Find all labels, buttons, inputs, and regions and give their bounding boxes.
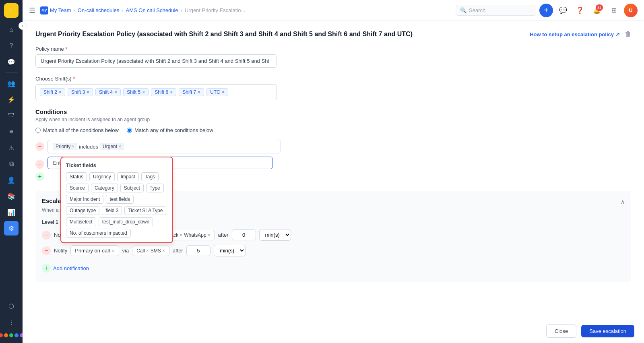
ticket-field-category[interactable]: Category (91, 184, 118, 192)
radio-match-all[interactable]: Match all of the conditions below (35, 127, 119, 133)
nav-help-icon[interactable]: ? (4, 39, 19, 53)
condition-tag-x-urgent[interactable]: × (118, 144, 121, 149)
shift-tag-x-shift3[interactable]: × (87, 89, 89, 95)
shift-tag-x-utc[interactable]: × (222, 89, 225, 95)
shift-tag-x-shift7[interactable]: × (198, 89, 200, 95)
ticket-field-impact[interactable]: Impact (117, 172, 139, 181)
nav-chart-icon[interactable]: 📊 (4, 205, 19, 219)
content-area: Urgent Priority Escalation Policy (assoc… (23, 21, 644, 319)
message-icon-button[interactable]: 💬 (556, 4, 570, 17)
condition-remove-button-1[interactable]: − (35, 142, 44, 151)
nav-home-icon[interactable]: ⌂ (4, 23, 19, 37)
ticket-field-outage-type[interactable]: Outage type (66, 206, 99, 215)
notify-field-2-x[interactable]: × (111, 248, 115, 254)
add-notification-plus-icon[interactable]: + (42, 264, 51, 273)
shift-tag-shift7[interactable]: Shift 7 × (179, 88, 204, 96)
nav-layers-icon[interactable]: ⧉ (4, 157, 19, 171)
shift-tag-shift5[interactable]: Shift 5 × (123, 88, 149, 96)
ticket-field-no-of-customers[interactable]: No. of customers impacted (66, 229, 131, 238)
nav-cube-icon[interactable]: ⬡ (4, 299, 19, 313)
nav-warning-icon[interactable]: ⚠ (4, 141, 19, 155)
nav-shield-icon[interactable]: 🛡 (4, 108, 19, 123)
color-dots (0, 331, 24, 340)
ticket-field-source[interactable]: Source (66, 184, 89, 192)
search-placeholder-text: Search (469, 7, 485, 13)
after-input-2[interactable] (186, 245, 211, 256)
condition-tag-urgent[interactable]: Urgent × (100, 143, 124, 150)
ticket-field-status[interactable]: Status (66, 172, 87, 181)
after-select-2[interactable]: min(s) (214, 245, 246, 256)
shift-tag-utc[interactable]: UTC × (206, 88, 228, 96)
ticket-field-major-incident[interactable]: Major Incident (66, 195, 103, 204)
shift-tag-shift4[interactable]: Shift 4 × (95, 88, 121, 96)
ticket-field-multiselect[interactable]: Multiselect (66, 217, 96, 226)
shift-tag-shift6[interactable]: Shift 6 × (151, 88, 176, 96)
nav-bolt-icon[interactable]: ⚡ (4, 92, 19, 107)
close-button[interactable]: Close (546, 324, 576, 338)
breadcrumb-team[interactable]: MY My Team (40, 6, 71, 14)
ticket-field-subject[interactable]: Subject (120, 184, 144, 192)
ticket-field-type[interactable]: Type (146, 184, 164, 192)
user-avatar[interactable]: U (624, 4, 638, 17)
breadcrumb-schedule[interactable]: AMS On call Schedule (126, 7, 178, 13)
ticket-field-field3[interactable]: field 3 (102, 206, 122, 215)
nav-dots-icon[interactable]: ⋮ (4, 315, 19, 329)
nav-chat-icon[interactable]: 💬 (4, 55, 19, 69)
condition-remove-button-2[interactable]: − (35, 160, 44, 169)
notify-remove-button-2[interactable]: − (42, 246, 51, 255)
channel-whatsapp[interactable]: WhatsApp × (184, 232, 210, 238)
escalation-collapse-button[interactable]: ∧ (621, 198, 625, 205)
shift-tag-shift2[interactable]: Shift 2 × (40, 88, 65, 96)
nav-settings-icon[interactable]: ⚙ (4, 221, 19, 236)
nav-book-icon[interactable]: 📚 (4, 189, 19, 203)
notification-icon-button[interactable]: 🔔 31 (590, 4, 604, 17)
ticket-field-ticket-sla-type[interactable]: Ticket SLA Type (124, 206, 166, 215)
help-icon-button[interactable]: ❓ (573, 4, 587, 17)
radio-match-all-input[interactable] (35, 128, 41, 133)
notify-field-2[interactable]: Primary on-call × (70, 245, 119, 256)
breadcrumb-my-team[interactable]: My Team (50, 7, 71, 13)
shift-tag-x-shift2[interactable]: × (59, 89, 62, 95)
channel-call-2[interactable]: Call × (136, 248, 149, 254)
condition-operator-includes: includes (79, 144, 98, 150)
after-input-1[interactable] (232, 229, 256, 240)
choose-shifts-label: Choose Shift(s) * (35, 76, 631, 82)
shifts-container[interactable]: Shift 2 × Shift 3 × Shift 4 × Shift 5 × (35, 84, 277, 100)
condition-field-1[interactable]: Priority × includes Urgent × (47, 140, 281, 153)
team-badge: MY (40, 6, 48, 14)
delete-policy-button[interactable]: 🗑 (625, 31, 631, 38)
nav-list-icon[interactable]: ≡ (4, 124, 19, 139)
ticket-field-test-fields[interactable]: test fields (106, 195, 134, 204)
save-escalation-button[interactable]: Save escalation (581, 325, 634, 337)
shift-tag-shift3[interactable]: Shift 3 × (68, 88, 93, 96)
conditions-title: Conditions (35, 108, 631, 115)
channel-field-2[interactable]: Call × SMS × (132, 246, 169, 256)
ticket-field-tags[interactable]: Tags (141, 172, 159, 181)
menu-button[interactable]: ☰ (29, 6, 35, 15)
breadcrumb-sep-2: › (122, 7, 123, 13)
condition-tag-x-priority[interactable]: × (72, 144, 74, 149)
setup-escalation-link[interactable]: How to setup an escalation policy ↗ (530, 31, 620, 37)
nav-team-icon[interactable]: 👥 (4, 76, 19, 91)
nav-person-icon[interactable]: 👤 (4, 173, 19, 187)
condition-field-2-wrapper: Ticket fields Status Urgency Impact Tags… (47, 157, 273, 169)
breadcrumb-oncall[interactable]: On-call schedules (78, 7, 119, 13)
channel-sms-2[interactable]: SMS × (151, 248, 165, 254)
after-select-1[interactable]: min(s) (259, 229, 291, 241)
search-box[interactable]: 🔍 Search (456, 5, 536, 16)
grid-icon-button[interactable]: ⊞ (607, 4, 621, 17)
ticket-field-urgency[interactable]: Urgency (89, 172, 115, 181)
shift-tag-x-shift4[interactable]: × (114, 89, 117, 95)
add-condition-button[interactable]: + (35, 172, 44, 181)
radio-match-any[interactable]: Match any of the conditions below (127, 127, 213, 133)
notify-remove-button-1[interactable]: − (42, 231, 51, 240)
ticket-field-test-multi-drop-down[interactable]: test_multi_drop_down (99, 217, 153, 226)
add-notification-button[interactable]: + Add notification (42, 260, 625, 276)
policy-name-input[interactable] (35, 54, 277, 68)
shift-tag-x-shift5[interactable]: × (142, 89, 145, 95)
nav-divider-1 (5, 72, 18, 73)
radio-match-any-input[interactable] (127, 128, 132, 133)
add-button[interactable]: + (539, 4, 553, 17)
condition-tag-priority[interactable]: Priority × (53, 143, 77, 150)
shift-tag-x-shift6[interactable]: × (170, 89, 173, 95)
